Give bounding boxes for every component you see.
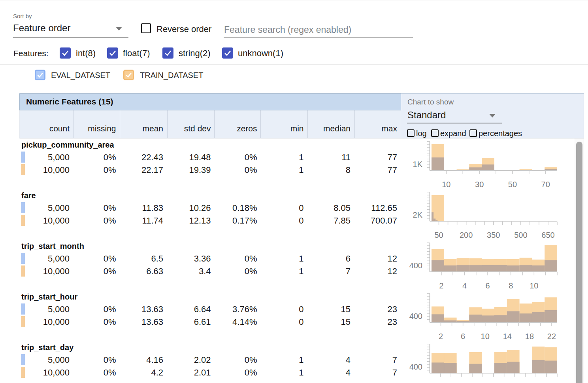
stat-value-count: 5,000 <box>48 304 70 315</box>
stat-value-mean: 13.63 <box>141 304 163 315</box>
column-separator <box>354 110 355 138</box>
stat-value-median: 15 <box>341 304 351 315</box>
stat-row-trip_start_day-train_dataset: 10,0000%4.22.010%147 <box>0 366 401 378</box>
stat-value-mean: 22.43 <box>141 152 163 163</box>
eval-dataset-checkbox[interactable] <box>35 70 45 80</box>
column-separator <box>307 110 308 138</box>
column-separator <box>120 110 120 138</box>
svg-text:10: 10 <box>481 332 490 341</box>
stat-value-missing: 0% <box>104 317 116 327</box>
svg-text:200: 200 <box>460 231 473 239</box>
eval-dataset-chip <box>21 253 25 264</box>
feature-name-trip_start_day: trip_start_day <box>21 343 74 352</box>
stat-value-mean: 11.74 <box>142 216 163 226</box>
train-dataset-chip <box>21 215 25 226</box>
column-header-max: max <box>381 124 397 133</box>
stat-value-missing: 0% <box>104 152 116 163</box>
stat-value-max: 77 <box>388 165 397 175</box>
stat-value-count: 5,000 <box>48 203 70 213</box>
toolbar-divider <box>0 41 588 41</box>
feature-type-checkbox-float[interactable] <box>107 47 118 59</box>
stat-value-std-dev: 6.61 <box>194 317 211 327</box>
svg-text:22: 22 <box>547 332 556 341</box>
feature-type-label: int(8) <box>76 48 96 59</box>
vertical-scrollbar-track[interactable] <box>574 138 584 383</box>
reverse-order-label: Reverse order <box>156 24 211 34</box>
reverse-order-checkbox[interactable] <box>141 23 151 33</box>
svg-text:350: 350 <box>487 231 500 239</box>
chart-option-checkbox-percentages[interactable] <box>469 129 477 137</box>
svg-text:10: 10 <box>530 281 538 290</box>
feature-type-label: string(2) <box>179 48 211 59</box>
svg-text:18: 18 <box>525 332 534 341</box>
column-header-std-dev: std dev <box>184 124 211 133</box>
stat-value-count: 5,000 <box>48 355 70 365</box>
stat-value-std-dev: 6.64 <box>194 304 211 315</box>
feature-name-pickup_community_area: pickup_community_area <box>21 140 114 150</box>
train-dataset-chip <box>21 265 25 277</box>
svg-text:10: 10 <box>442 180 450 189</box>
sort-by-dropdown[interactable]: Feature order <box>13 23 70 34</box>
stat-value-max: 7 <box>392 368 397 378</box>
chart-option-checkbox-log[interactable] <box>407 129 415 137</box>
stat-value-median: 15 <box>341 317 351 327</box>
stat-value-missing: 0% <box>104 304 116 315</box>
eval-dataset-chip <box>21 303 25 315</box>
stat-row-trip_start_month-train_dataset: 10,0000%6.633.40%1712 <box>0 265 401 277</box>
stat-value-mean: 11.83 <box>142 203 163 213</box>
numeric-features-header: Numeric Features (15) <box>19 93 401 110</box>
features-filter-label: Features: <box>13 49 49 58</box>
column-separator <box>260 110 261 138</box>
stat-value-median: 11 <box>341 152 351 163</box>
stat-value-median: 7.85 <box>334 216 351 226</box>
stat-value-min: 0 <box>299 317 303 327</box>
stat-value-max: 12 <box>388 266 397 277</box>
stat-row-pickup_community_area-eval_dataset: 5,0000%22.4319.480%11177 <box>0 151 401 163</box>
checkmark-icon <box>124 71 133 79</box>
chart-option-checkbox-expand[interactable] <box>431 129 439 137</box>
feature-search-input[interactable]: Feature search (regex enabled) <box>224 25 351 35</box>
chart-option-label-expand: expand <box>440 129 466 138</box>
stat-value-std-dev: 19.39 <box>189 165 211 175</box>
stat-value-std-dev: 2.02 <box>194 355 211 365</box>
stat-value-zeros: 0% <box>245 266 257 277</box>
vertical-scrollbar-thumb[interactable] <box>576 142 582 383</box>
eval-dataset-chip <box>21 354 25 365</box>
stat-value-median: 4 <box>346 368 351 378</box>
stat-value-min: 1 <box>299 165 303 175</box>
stat-value-std-dev: 19.48 <box>189 152 211 163</box>
stat-value-mean: 6.63 <box>146 266 163 277</box>
stat-value-missing: 0% <box>104 216 116 226</box>
feature-type-checkbox-string[interactable] <box>162 47 173 59</box>
chart-type-dropdown[interactable]: Standard <box>407 110 446 121</box>
feature-type-checkbox-unknown[interactable] <box>222 47 233 59</box>
stat-row-trip_start_hour-train_dataset: 10,0000%13.636.614.14%01523 <box>0 316 401 328</box>
checkmark-icon <box>60 48 70 58</box>
svg-text:400: 400 <box>409 261 422 270</box>
svg-text:30: 30 <box>475 180 484 189</box>
sort-by-dropdown-arrow-icon[interactable] <box>116 27 122 30</box>
svg-text:8: 8 <box>509 281 513 290</box>
sort-by-underline <box>13 37 128 38</box>
chart-to-show-label: Chart to show <box>407 98 454 106</box>
chart-to-show-panel: Chart to show Standard logexpandpercenta… <box>401 93 584 138</box>
column-separator <box>214 110 215 138</box>
stat-value-count: 10,000 <box>43 368 70 378</box>
chart-type-dropdown-arrow-icon[interactable] <box>489 114 496 118</box>
stat-value-zeros: 0.18% <box>232 203 257 213</box>
stat-value-median: 8 <box>346 165 351 175</box>
column-header-min: min <box>290 124 304 133</box>
histogram-trip_start_hour: 2610141822400 <box>403 292 574 343</box>
feature-type-checkbox-int[interactable] <box>60 47 71 59</box>
train-dataset-checkbox[interactable] <box>123 70 134 80</box>
feature-search-underline <box>224 37 413 38</box>
sort-by-label: Sort by <box>13 13 32 19</box>
svg-text:6: 6 <box>486 281 490 290</box>
stat-value-count: 10,000 <box>43 266 70 277</box>
histogram-pickup_community_area: 103050701K <box>403 140 574 191</box>
stat-value-min: 1 <box>299 266 303 277</box>
stat-value-std-dev: 10.26 <box>189 203 211 213</box>
train-dataset-chip <box>21 164 25 175</box>
stat-row-fare-train_dataset: 10,0000%11.7412.130.17%07.85700.07 <box>0 214 401 226</box>
stat-value-zeros: 0% <box>245 368 257 378</box>
